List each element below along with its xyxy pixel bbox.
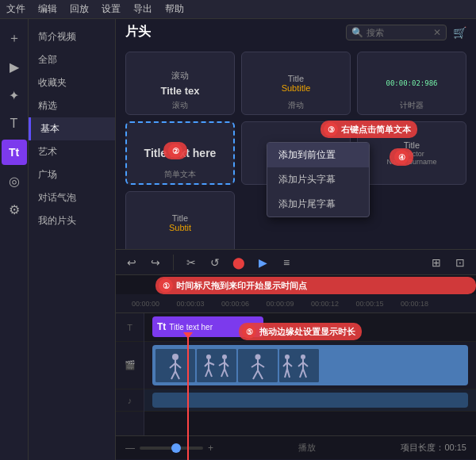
menu-export[interactable]: 导出 [133, 2, 152, 16]
title-card-simple[interactable]: Title text here 简单文本 [125, 121, 235, 185]
toolbar-sep-1 [173, 255, 174, 270]
grid-button[interactable]: ⊡ [451, 253, 470, 272]
title-card-scroll[interactable]: 滚动 Title tex 滚动 [125, 52, 235, 115]
ruler-marks: 00:00:00 00:00:03 00:00:06 00:00:09 00:0… [132, 300, 428, 308]
sidebar-icon-tools[interactable]: ⚙ [2, 197, 27, 222]
menu-edit[interactable]: 编辑 [38, 2, 57, 16]
title-card-slide[interactable]: Title Subtitle 滑动 [241, 52, 351, 115]
timeline-ruler[interactable]: 00:00:00 00:00:03 00:00:06 00:00:09 00:0… [116, 294, 476, 313]
sidebar-icon-tt[interactable]: Tt [2, 140, 27, 165]
card-scroll-title: Title tex [161, 85, 200, 97]
text-track-icon[interactable]: T [127, 323, 132, 332]
search-icon: 🔍 [351, 27, 363, 38]
annotation-1: ① 时间标尺拖到来印开始显示时间点 [155, 277, 476, 294]
content-area: 片头 🔍 ✕ 🛒 滚动 Title tex 滚动 [116, 19, 476, 460]
context-menu-addtitle[interactable]: 添加片头字幕 [267, 167, 369, 192]
ruler-3: 00:00:03 [176, 300, 204, 308]
video-track-icon[interactable]: 🎬 [125, 360, 136, 370]
svg-point-8 [206, 355, 211, 359]
context-menu-add[interactable]: 添加到前位置 [267, 143, 369, 167]
track-side-text: T [116, 313, 144, 342]
ruler-9: 00:00:09 [266, 300, 294, 308]
menu-playback[interactable]: 回放 [70, 2, 89, 16]
audio-track-icon[interactable]: ♪ [128, 396, 132, 405]
menu-settings[interactable]: 设置 [102, 2, 121, 16]
card-simple-label: 简单文本 [127, 169, 233, 180]
card-slide-subtitle: Subtitle [282, 83, 311, 93]
category-bubble[interactable]: 对话气泡 [29, 186, 115, 209]
context-menu-addend[interactable]: 添加片尾字幕 [267, 192, 369, 217]
video-track-content[interactable] [152, 345, 468, 385]
timeline-section: ↩ ↪ ✂ ↺ ⬤ ▶ ≡ ⊞ ⊡ ① 时间标尺拖到来印开始显示时间点 [116, 249, 476, 459]
category-all[interactable]: 全部 [29, 48, 115, 71]
card-simple-title: Title text here [144, 147, 217, 159]
sidebar-icon-magic[interactable]: ✦ [2, 82, 27, 108]
card-scroll-sublabel: 滚动 [171, 70, 189, 82]
video-thumb-4 [279, 349, 319, 382]
playhead[interactable] [187, 334, 189, 460]
audio-track-content[interactable] [152, 393, 468, 408]
video-thumb-3 [238, 349, 278, 382]
play-button[interactable]: ▶ [253, 253, 272, 272]
sidebar-icon-text[interactable]: T [2, 111, 27, 136]
zoom-control: — + [125, 443, 213, 454]
bottom-bar: — + 播放 项目长度：00:15 [116, 435, 476, 459]
sidebar-icon-media[interactable]: ▶ [2, 54, 27, 79]
category-square[interactable]: 广场 [29, 163, 115, 186]
title-clip-label: Title text her [169, 323, 213, 332]
sidebar-icons: ＋ ▶ ✦ T Tt ◎ ⚙ [0, 19, 29, 460]
category-featured[interactable]: 精选 [29, 94, 115, 117]
search-bar[interactable]: 🔍 ✕ [346, 25, 447, 40]
card-subtit-sub: Subtit [169, 223, 191, 232]
video-track [144, 342, 476, 389]
category-basic[interactable]: 基本 [29, 117, 115, 140]
menu-help[interactable]: 帮助 [165, 2, 184, 16]
zoom-thumb[interactable] [171, 443, 181, 453]
title-card-timer[interactable]: 00:00:02:986 计时器 [357, 52, 466, 115]
sidebar-icon-filter[interactable]: ◎ [2, 168, 27, 194]
video-thumb-1 [155, 349, 195, 382]
search-input[interactable] [367, 28, 430, 37]
video-thumb-2 [197, 349, 236, 382]
sidebar-icon-plus[interactable]: ＋ [2, 25, 27, 51]
main-layout: ＋ ▶ ✦ T Tt ◎ ⚙ 简介视频 全部 收藏夹 精选 基本 艺术 广场 对… [0, 19, 476, 460]
menu-button[interactable]: ≡ [277, 253, 296, 272]
cart-icon[interactable]: 🛒 [453, 26, 466, 39]
clear-search-icon[interactable]: ✕ [433, 27, 441, 38]
title-card-subtit[interactable]: Title Subtit [125, 191, 235, 249]
svg-rect-7 [197, 349, 236, 382]
context-menu: 添加到前位置 添加片头字幕 添加片尾字幕 [267, 142, 370, 217]
record-button[interactable]: ⬤ [229, 253, 248, 272]
card-director-name: DirectorName Surname [386, 150, 436, 166]
tracks-area: T 🎬 ♪ Tt [116, 313, 476, 435]
card-timer-label: 计时器 [358, 100, 466, 111]
card-subtit-title: Title [172, 213, 188, 223]
card-slide-sublabel: Title [288, 74, 304, 83]
project-duration: 项目长度：00:15 [401, 442, 466, 454]
category-jianjie[interactable]: 简介视频 [29, 25, 115, 48]
tracks-content: Tt Title text her [144, 313, 476, 435]
copy-button[interactable]: ↺ [205, 253, 225, 272]
category-art[interactable]: 艺术 [29, 140, 115, 163]
redo-button[interactable]: ↪ [146, 253, 165, 272]
timeline-toolbar: ↩ ↪ ✂ ↺ ⬤ ▶ ≡ ⊞ ⊡ [116, 250, 476, 275]
card-slide-label: 滑动 [242, 100, 350, 111]
zoom-slider[interactable] [140, 447, 203, 450]
card-director-title: Title [404, 140, 420, 150]
card-timer-text: 00:00:02:986 [386, 79, 437, 87]
svg-point-34 [301, 355, 305, 359]
zoom-out-icon[interactable]: — [125, 443, 135, 454]
category-favorites[interactable]: 收藏夹 [29, 71, 115, 94]
category-myhead[interactable]: 我的片头 [29, 209, 115, 232]
zoom-in-icon[interactable]: + [208, 443, 213, 454]
track-side-audio: ♪ [116, 389, 144, 412]
title-clip[interactable]: Tt Title text her [152, 316, 263, 337]
cut-button[interactable]: ✂ [182, 253, 201, 272]
snap-button[interactable]: ⊞ [427, 253, 446, 272]
title-card-director[interactable]: Title DirectorName Surname [357, 121, 466, 185]
menu-file[interactable]: 文件 [6, 2, 25, 16]
track-side: T 🎬 ♪ [116, 313, 144, 435]
menubar: 文件 编辑 回放 设置 导出 帮助 [0, 0, 476, 19]
undo-button[interactable]: ↩ [122, 253, 141, 272]
audio-track [144, 389, 476, 412]
